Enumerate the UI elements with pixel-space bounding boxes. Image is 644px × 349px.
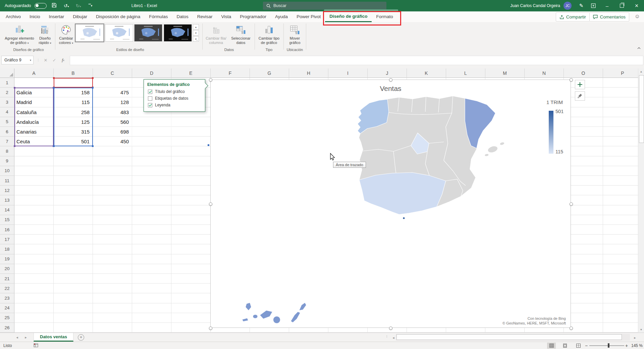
row-header-24[interactable]: 24 [0,303,14,313]
column-header-G[interactable]: G [250,68,289,78]
row-header-2[interactable]: 2 [0,88,14,97]
ribbon-tab-disposicion-de-pagina[interactable]: Disposición de página [92,11,145,22]
row-header-21[interactable]: 21 [0,274,14,284]
select-all-corner[interactable] [0,68,14,78]
row-header-1[interactable]: 1 [0,78,14,88]
table-header-cell-2-trim[interactable]: 2 TRIM [93,78,132,88]
redo-icon[interactable]: ↻▾ [74,3,83,8]
ribbon-tab-dibujar[interactable]: Dibujar [68,11,92,22]
cell-region-name[interactable]: Ceuta [14,137,54,146]
column-header-J[interactable]: J [368,68,407,78]
vertical-scrollbar[interactable]: ▲ ▼ [638,68,644,333]
ribbon-tab-insertar[interactable]: Insertar [45,11,69,22]
save-icon[interactable] [50,3,59,9]
ribbon-tab-programador[interactable]: Programador [235,11,271,22]
row-header-23[interactable]: 23 [0,293,14,303]
change-chart-type-button[interactable]: Cambiar tipo de gráfico [256,23,282,51]
spain-choropleth-map[interactable] [211,80,571,328]
insert-function-icon[interactable]: fx [59,56,67,64]
row-header-19[interactable]: 19 [0,254,14,264]
chart-legend-title[interactable]: 1 TRIM [546,99,563,105]
region-canarias[interactable] [242,318,248,321]
cell-region-name[interactable]: Galicia [14,88,54,97]
cell-value-1trim[interactable]: 158 [54,88,93,97]
zoom-slider-thumb[interactable] [608,343,609,348]
cell-value-2trim[interactable]: 450 [93,137,132,146]
column-header-K[interactable]: K [407,68,446,78]
cell-value-2trim[interactable]: 560 [93,117,132,127]
column-header-D[interactable]: D [132,68,171,78]
row-header-7[interactable]: 7 [0,137,14,146]
restore-button[interactable] [614,0,629,11]
row-header-12[interactable]: 12 [0,186,14,195]
cell-empty[interactable] [132,117,171,127]
cell-empty[interactable] [132,137,171,146]
quick-access-menu-icon[interactable]: ▔▾ [86,4,95,7]
column-header-O[interactable]: O [564,68,603,78]
move-chart-button[interactable]: Mover gráfico [285,23,305,51]
cell-value-2trim[interactable]: 483 [93,107,132,117]
add-chart-element-button[interactable]: Agregar elemento de gráfico ▾ [3,23,36,51]
column-header-C[interactable]: C [93,68,132,78]
avatar[interactable]: JC [564,2,572,10]
ribbon-tab-revisar[interactable]: Revisar [193,11,217,22]
column-header-B[interactable]: B [54,68,93,78]
chart-style-thumbnail-2[interactable] [105,24,133,42]
region-canarias[interactable] [246,303,251,310]
share-button[interactable]: Compartir [556,12,590,21]
chart-resize-handle[interactable] [209,78,212,82]
region-canarias[interactable] [291,312,300,322]
view-normal-icon[interactable] [547,343,556,349]
select-data-button[interactable]: Seleccionar datos [229,23,253,51]
column-header-H[interactable]: H [289,68,328,78]
tabbar-splitter[interactable]: ⁞ [386,335,387,338]
chart-resize-handle[interactable] [570,202,573,206]
view-page-break-icon[interactable] [574,343,583,349]
region-canarias[interactable] [299,303,306,310]
ribbon-tab-inicio[interactable]: Inicio [25,11,45,22]
cell-value-2trim[interactable]: 128 [93,97,132,107]
column-header-E[interactable]: E [171,68,211,78]
chart-styles-brush-button[interactable] [575,91,585,101]
checkbox-checked[interactable] [148,103,152,107]
cell-region-name[interactable]: Canarias [14,127,54,137]
row-header-20[interactable]: 20 [0,264,14,274]
column-header-N[interactable]: N [525,68,564,78]
ribbon-tab-ayuda[interactable]: Ayuda [271,11,292,22]
feedback-smiley-icon[interactable]: ☺ [635,13,640,19]
checkbox-checked[interactable] [148,90,152,94]
undo-icon[interactable]: ↺▾ [62,3,71,8]
row-header-6[interactable]: 6 [0,127,14,137]
column-header-L[interactable]: L [446,68,485,78]
sheet-nav-left-icon[interactable]: ◂ [13,333,21,342]
chart-resize-handle[interactable] [209,327,212,330]
chart-resize-handle[interactable] [389,327,392,330]
ribbon-tab-archivo[interactable]: Archivo [1,11,25,22]
row-header-10[interactable]: 10 [0,166,14,176]
zoom-level[interactable]: 145 % [631,343,643,348]
region-cataluna[interactable] [465,98,495,148]
row-header-18[interactable]: 18 [0,244,14,254]
change-colors-button[interactable]: Cambiar colores ▾ [57,23,75,51]
minimize-button[interactable]: – [600,0,614,11]
ribbon-tab-diseno-de-grafico[interactable]: Diseño de gráfico [325,11,372,22]
region-baleares[interactable] [499,142,505,145]
chart-resize-handle[interactable] [389,78,392,82]
row-header-9[interactable]: 9 [0,156,14,166]
cell-empty[interactable] [171,137,211,146]
row-header-25[interactable]: 25 [0,313,14,323]
cell-value-2trim[interactable]: 698 [93,127,132,137]
sheet-nav-right-icon[interactable]: ▸ [21,333,30,342]
ribbon-tab-datos[interactable]: Datos [172,11,193,22]
row-header-14[interactable]: 14 [0,205,14,215]
ribbon-tab-formulas[interactable]: Fórmulas [145,11,172,22]
row-header-22[interactable]: 22 [0,284,14,293]
row-header-3[interactable]: 3 [0,97,14,107]
horizontal-scrollbar[interactable] [396,334,630,341]
cell-region-name[interactable]: Andalucía [14,117,54,127]
region-baleares[interactable] [484,154,489,157]
checkbox-unchecked[interactable] [148,96,152,101]
ribbon-display-options-icon[interactable] [587,0,600,11]
table-header-cell-1-trim[interactable]: 1 TRIM [54,78,93,88]
region-canarias[interactable] [273,316,280,323]
